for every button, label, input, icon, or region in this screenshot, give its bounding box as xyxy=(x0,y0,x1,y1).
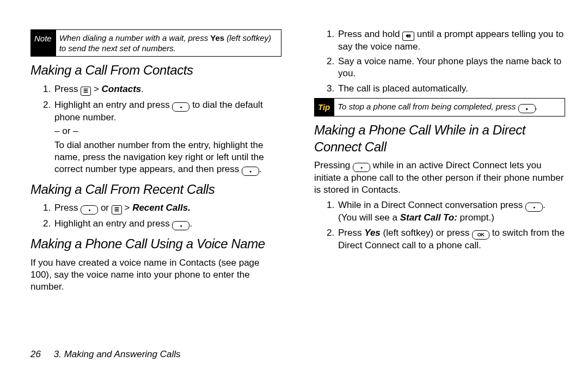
left-column: Note When dialing a number with a wait, … xyxy=(30,28,281,333)
start-call-to-label: Start Call To: xyxy=(400,212,457,223)
talk-key-icon xyxy=(525,203,543,212)
page-footer: 26 3. Making and Answering Calls xyxy=(0,348,588,360)
note-callout: Note When dialing a number with a wait, … xyxy=(30,29,281,57)
menu-key-icon xyxy=(112,205,122,215)
step: Press and hold until a prompt appears te… xyxy=(337,28,565,52)
steps-voice: Press and hold until a prompt appears te… xyxy=(324,28,565,95)
yes-label: Yes xyxy=(364,228,381,238)
voice-name-intro: If you have created a voice name in Cont… xyxy=(30,257,281,292)
tip-text-post: . xyxy=(536,102,538,111)
talk-key-icon xyxy=(172,102,189,112)
talk-key-icon xyxy=(242,167,259,176)
heading-voice-name: Making a Phone Call Using a Voice Name xyxy=(30,236,281,253)
or-divider: – or – xyxy=(54,125,281,137)
tip-label: Tip xyxy=(315,99,334,117)
step: Highlight an entry and press . xyxy=(53,218,281,230)
steps-contacts: Press > Contacts. Highlight an entry and… xyxy=(40,83,281,176)
talk-key-icon xyxy=(353,163,370,172)
tip-text-pre: To stop a phone call from being complete… xyxy=(338,102,518,111)
note-body: When dialing a number with a wait, press… xyxy=(56,30,281,56)
ok-key-icon xyxy=(472,230,489,240)
heading-call-in-dc: Making a Phone Call While in a Direct Co… xyxy=(314,122,565,155)
dc-intro: Pressing while in an active Direct Conne… xyxy=(314,160,565,196)
note-text-pre: When dialing a number with a wait, press xyxy=(59,33,211,42)
page-number: 26 xyxy=(30,348,51,360)
step: While in a Direct Connect conversation p… xyxy=(337,199,565,224)
talk-key-icon xyxy=(172,221,189,230)
steps-dc: While in a Direct Connect conversation p… xyxy=(324,199,565,252)
end-key-icon xyxy=(518,104,536,113)
speaker-key-icon xyxy=(402,32,414,41)
talk-key-icon xyxy=(81,205,98,215)
chapter-title: 3. Making and Answering Calls xyxy=(54,349,181,359)
heading-call-from-contacts: Making a Call From Contacts xyxy=(30,62,281,79)
tip-body: To stop a phone call from being complete… xyxy=(334,99,565,117)
steps-recent: Press or > Recent Calls. Highlight an en… xyxy=(40,202,281,230)
step: Highlight an entry and press to dial the… xyxy=(53,99,281,176)
step: Say a voice name. Your phone plays the n… xyxy=(337,56,565,79)
contacts-label: Contacts xyxy=(102,84,142,94)
step: Press > Contacts. xyxy=(53,83,281,96)
heading-call-from-recent: Making a Call From Recent Calls xyxy=(30,181,281,198)
recent-calls-label: Recent Calls. xyxy=(132,203,191,213)
note-yes: Yes xyxy=(210,33,224,42)
note-label: Note xyxy=(31,30,56,56)
step: Press or > Recent Calls. xyxy=(53,202,281,215)
tip-callout: Tip To stop a phone call from being comp… xyxy=(314,98,565,117)
step: The call is placed automatically. xyxy=(337,83,565,95)
step: Press Yes (left softkey) or press to swi… xyxy=(337,227,565,252)
right-column: Press and hold until a prompt appears te… xyxy=(314,28,565,333)
menu-key-icon xyxy=(81,87,91,96)
